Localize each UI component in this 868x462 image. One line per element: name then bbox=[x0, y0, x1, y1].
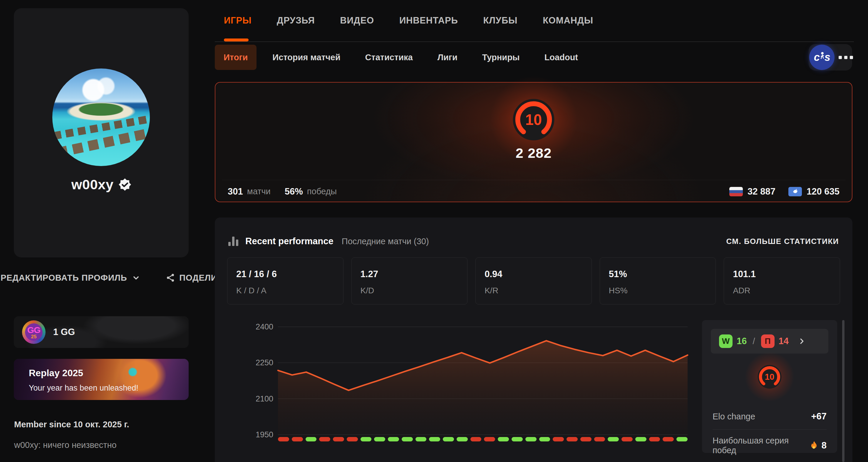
stat-cards-row: 21 / 16 / 6 K / D / A 1.27 K/D 0.94 K/R … bbox=[227, 257, 840, 305]
match-result-loss bbox=[347, 437, 358, 441]
profile-card: w00xy bbox=[14, 8, 189, 257]
svg-text:2400: 2400 bbox=[256, 322, 273, 331]
gg-logo-text: GG bbox=[22, 325, 45, 335]
top-tabs: ИГРЫ ДРУЗЬЯ ВИДЕО ИНВЕНТАРЬ КЛУБЫ КОМАНД… bbox=[224, 15, 593, 26]
share-profile-label: ПОДЕЛИТЬСЯ bbox=[179, 273, 219, 283]
match-result-loss bbox=[621, 437, 632, 441]
match-result-win bbox=[608, 437, 619, 441]
stat-card-adr: 101.1 ADR bbox=[724, 257, 840, 305]
match-result-win bbox=[457, 437, 468, 441]
match-result-win bbox=[539, 437, 550, 441]
tab-teams[interactable]: КОМАНДЫ bbox=[543, 15, 593, 26]
kda-value: 21 / 16 / 6 bbox=[236, 269, 277, 279]
matches-count: 301 bbox=[228, 186, 243, 197]
profile-avatar[interactable] bbox=[52, 68, 150, 166]
losses-count: 14 bbox=[779, 336, 789, 346]
svg-text:1950: 1950 bbox=[256, 430, 273, 439]
scrollbar-thumb[interactable] bbox=[842, 320, 844, 462]
session-summary-panel: W 16 / П 14 10 bbox=[702, 320, 837, 453]
win-loss-separator: / bbox=[752, 337, 755, 346]
see-more-stats-link[interactable]: СМ. БОЛЬШЕ СТАТИСТИКИ bbox=[726, 237, 839, 246]
more-options-icon bbox=[839, 56, 853, 59]
russia-flag-icon bbox=[729, 187, 743, 196]
adr-value: 101.1 bbox=[733, 269, 756, 279]
flame-icon bbox=[810, 441, 818, 450]
country-rank: 32 887 bbox=[747, 186, 775, 197]
subtab-tournaments[interactable]: Турниры bbox=[482, 53, 520, 62]
recent-performance-header: Recent performance Последние матчи (30) … bbox=[228, 234, 839, 249]
subtab-leagues[interactable]: Лиги bbox=[437, 53, 458, 62]
match-result-win bbox=[306, 437, 317, 441]
kda-label: K / D / A bbox=[236, 286, 267, 295]
recent-performance-subtitle: Последние матчи (30) bbox=[342, 237, 429, 246]
bar-chart-icon bbox=[228, 237, 238, 246]
winrate-value: 56% bbox=[285, 186, 303, 197]
kd-value: 1.27 bbox=[361, 269, 378, 279]
sub-tabs: Итоги История матчей Статистика Лиги Тур… bbox=[215, 45, 578, 70]
svg-text:2250: 2250 bbox=[256, 358, 273, 367]
member-since-text: Member since 10 окт. 2025 г. bbox=[14, 420, 129, 429]
gg-banner-label: 1 GG bbox=[53, 327, 75, 337]
match-result-win bbox=[415, 437, 427, 441]
europe-region-icon bbox=[788, 187, 802, 196]
match-result-win bbox=[512, 437, 523, 441]
gg-banner[interactable]: GG 25 1 GG bbox=[14, 316, 189, 348]
subtab-loadout[interactable]: Loadout bbox=[545, 53, 578, 62]
svg-text:c: c bbox=[814, 51, 820, 63]
adr-label: ADR bbox=[733, 286, 750, 295]
match-result-win bbox=[429, 437, 440, 441]
share-profile-button[interactable]: ПОДЕЛИТЬСЯ bbox=[166, 273, 219, 283]
svg-text:10: 10 bbox=[765, 372, 775, 381]
game-switcher-button[interactable]: c s bbox=[809, 44, 852, 70]
stat-card-kr: 0.94 K/R bbox=[475, 257, 592, 305]
match-result-win bbox=[361, 437, 372, 441]
profile-actions: РЕДАКТИРОВАТЬ ПРОФИЛЬ ПОДЕЛИТЬСЯ bbox=[1, 269, 219, 286]
username: w00xy bbox=[71, 176, 114, 192]
replay-2025-banner[interactable]: Replay 2025 Your year has been unleashed… bbox=[14, 359, 189, 400]
elo-change-row: Elo change +67 bbox=[713, 411, 827, 422]
gg25-logo-icon: GG 25 bbox=[22, 320, 45, 344]
recent-performance-title: Recent performance bbox=[245, 236, 334, 247]
stat-card-kd: 1.27 K/D bbox=[351, 257, 468, 305]
gg-logo-year: 25 bbox=[22, 334, 45, 340]
match-result-loss bbox=[553, 437, 564, 441]
subtab-match-history[interactable]: История матчей bbox=[272, 53, 340, 62]
username-row: w00xy bbox=[14, 176, 189, 192]
rank-positions: 32 887 120 635 bbox=[729, 180, 839, 203]
level-10-icon: 10 bbox=[757, 364, 782, 390]
share-icon bbox=[166, 273, 175, 282]
region-rank: 120 635 bbox=[807, 186, 839, 197]
tab-friends[interactable]: ДРУЗЬЯ bbox=[277, 15, 315, 26]
match-results-strip bbox=[278, 437, 688, 441]
svg-text:2100: 2100 bbox=[256, 394, 273, 403]
recent-performance-card: Recent performance Последние матчи (30) … bbox=[215, 217, 852, 462]
match-result-win bbox=[676, 437, 688, 441]
replay-banner-shade bbox=[14, 359, 189, 400]
replay-banner-title: Replay 2025 bbox=[29, 368, 83, 378]
svg-text:10: 10 bbox=[525, 112, 542, 128]
elo-change-label: Elo change bbox=[713, 412, 755, 422]
cs2-game-icon: c s bbox=[809, 45, 835, 70]
tab-inventory[interactable]: ИНВЕНТАРЬ bbox=[399, 15, 458, 26]
winrate-label: победы bbox=[307, 187, 337, 196]
match-result-loss bbox=[594, 437, 605, 441]
wins-badge-icon: W bbox=[719, 334, 733, 348]
active-tab-underline bbox=[224, 38, 249, 41]
tab-games[interactable]: ИГРЫ bbox=[224, 15, 251, 26]
edit-profile-button[interactable]: РЕДАКТИРОВАТЬ ПРОФИЛЬ bbox=[1, 273, 141, 283]
win-streak-number: 8 bbox=[822, 440, 827, 451]
tab-videos[interactable]: ВИДЕО bbox=[340, 15, 374, 26]
match-stats: 301 матчи 56% победы bbox=[228, 180, 347, 203]
match-result-win bbox=[635, 437, 646, 441]
win-streak-value: 8 bbox=[810, 440, 827, 451]
subtab-statistics[interactable]: Статистика bbox=[365, 53, 413, 62]
win-loss-pill[interactable]: W 16 / П 14 bbox=[711, 329, 828, 353]
match-result-win bbox=[388, 437, 399, 441]
level-10-icon: 10 bbox=[512, 98, 556, 142]
subtab-summary[interactable]: Итоги bbox=[215, 45, 256, 70]
svg-text:s: s bbox=[825, 51, 830, 63]
win-streak-row: Наибольшая серия побед 8 bbox=[713, 436, 827, 455]
kr-label: K/R bbox=[485, 286, 498, 295]
match-result-win bbox=[374, 437, 385, 441]
tab-clubs[interactable]: КЛУБЫ bbox=[484, 15, 518, 26]
